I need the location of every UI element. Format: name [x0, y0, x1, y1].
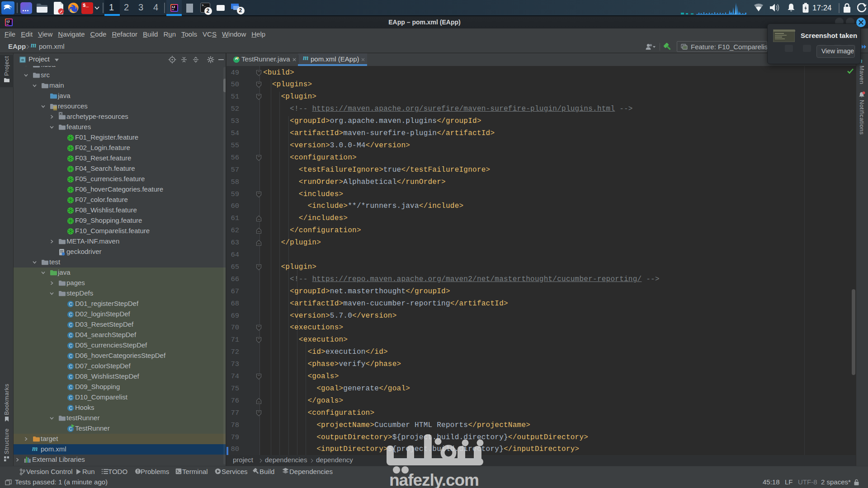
svg-text:C: C [69, 353, 72, 358]
svg-text:C: C [69, 312, 72, 317]
svg-text:C: C [69, 405, 72, 410]
svg-text:C: C [69, 395, 72, 400]
svg-text:C: C [69, 343, 72, 348]
svg-text:C: C [69, 385, 72, 389]
svg-text:C: C [69, 301, 72, 306]
svg-text:C: C [69, 374, 72, 379]
svg-text:C: C [69, 364, 72, 369]
svg-text:C: C [69, 322, 72, 327]
svg-text:C: C [69, 333, 72, 338]
